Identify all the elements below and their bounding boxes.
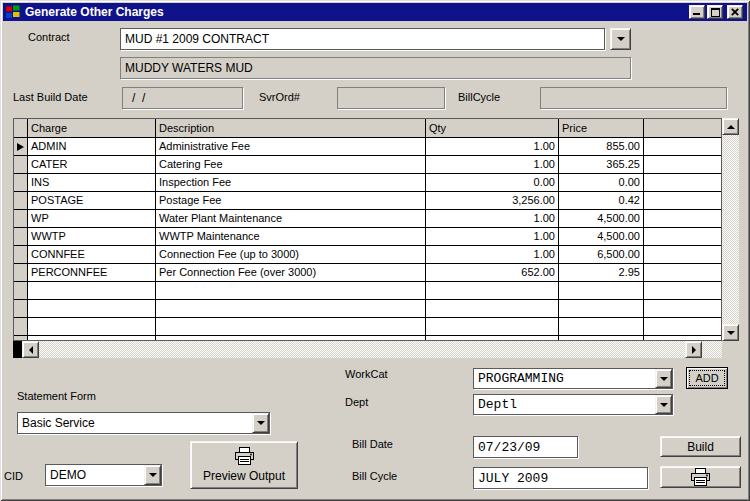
grid-cell[interactable]: 1.00: [426, 228, 559, 246]
table-row[interactable]: CONNFEEConnection Fee (up to 3000)1.006,…: [14, 246, 721, 264]
scroll-right-button[interactable]: [685, 341, 702, 358]
grid-cell[interactable]: Water Plant Maintenance: [156, 210, 426, 228]
grid-cell[interactable]: [156, 300, 426, 318]
grid-cell[interactable]: 0.42: [559, 192, 644, 210]
preview-output-button[interactable]: Preview Output: [190, 441, 298, 489]
row-selector[interactable]: [14, 264, 28, 282]
grid-cell[interactable]: PERCONNFEE: [28, 264, 156, 282]
grid-cell[interactable]: [644, 282, 721, 300]
titlebar[interactable]: Generate Other Charges: [3, 3, 747, 21]
row-selector[interactable]: [14, 138, 28, 156]
row-selector[interactable]: [14, 300, 28, 318]
row-selector[interactable]: [14, 246, 28, 264]
grid-cell[interactable]: Administrative Fee: [156, 138, 426, 156]
dept-combo[interactable]: Deptl: [473, 394, 673, 415]
grid-cell[interactable]: Per Connection Fee (over 3000): [156, 264, 426, 282]
table-row[interactable]: [14, 318, 721, 336]
row-selector[interactable]: [14, 318, 28, 336]
grid-cell[interactable]: 2.95: [559, 264, 644, 282]
grid-cell[interactable]: 3,256.00: [426, 192, 559, 210]
grid-cell[interactable]: 1.00: [426, 246, 559, 264]
grid-cell[interactable]: [644, 300, 721, 318]
row-selector[interactable]: [14, 228, 28, 246]
row-selector[interactable]: [14, 282, 28, 300]
column-header-description[interactable]: Description: [156, 119, 426, 138]
build-button[interactable]: Build: [660, 436, 741, 457]
grid-cell[interactable]: Catering Fee: [156, 156, 426, 174]
grid-cell[interactable]: [644, 228, 721, 246]
svrord-field[interactable]: [337, 87, 445, 109]
dept-dropdown-button[interactable]: [655, 395, 672, 414]
grid-cell[interactable]: [28, 282, 156, 300]
grid-cell[interactable]: [156, 282, 426, 300]
table-row[interactable]: WWTPWWTP Maintenance1.004,500.00: [14, 228, 721, 246]
table-row[interactable]: [14, 300, 721, 318]
bill-date-field[interactable]: 07/23/09: [473, 436, 578, 458]
grid-cell[interactable]: Connection Fee (up to 3000): [156, 246, 426, 264]
grid-cell[interactable]: [28, 300, 156, 318]
grid-cell[interactable]: [559, 318, 644, 336]
grid-cell[interactable]: 855.00: [559, 138, 644, 156]
billcycle-top-field[interactable]: [540, 87, 727, 109]
add-button[interactable]: ADD: [686, 367, 728, 389]
close-button[interactable]: [727, 5, 743, 19]
grid-vertical-scrollbar[interactable]: [722, 118, 739, 341]
grid-cell[interactable]: WWTP Maintenance: [156, 228, 426, 246]
scroll-down-button[interactable]: [722, 324, 739, 341]
workcat-combo[interactable]: PROGRAMMING: [473, 368, 673, 389]
grid-cell[interactable]: [644, 156, 721, 174]
table-row[interactable]: [14, 282, 721, 300]
grid-cell[interactable]: Postage Fee: [156, 192, 426, 210]
grid-cell[interactable]: [644, 210, 721, 228]
grid-cell[interactable]: [644, 138, 721, 156]
grid-cell[interactable]: [426, 282, 559, 300]
grid-cell[interactable]: [426, 300, 559, 318]
grid-cell[interactable]: [644, 246, 721, 264]
grid-cell[interactable]: 1.00: [426, 156, 559, 174]
table-row[interactable]: WPWater Plant Maintenance1.004,500.00: [14, 210, 721, 228]
grid-cell[interactable]: WP: [28, 210, 156, 228]
grid-cell[interactable]: [644, 318, 721, 336]
table-row[interactable]: CATERCatering Fee1.00365.25: [14, 156, 721, 174]
maximize-button[interactable]: [707, 5, 723, 19]
table-row[interactable]: INSInspection Fee0.000.00: [14, 174, 721, 192]
grid-horizontal-scrollbar[interactable]: [13, 341, 722, 358]
grid-cell[interactable]: [644, 192, 721, 210]
workcat-dropdown-button[interactable]: [655, 369, 672, 388]
horizontal-scroll-track[interactable]: [39, 341, 685, 358]
column-header-qty[interactable]: Qty: [426, 119, 559, 138]
column-header-price[interactable]: Price: [559, 119, 644, 138]
grid-cell[interactable]: [644, 174, 721, 192]
row-selector[interactable]: [14, 210, 28, 228]
print-button[interactable]: [660, 466, 741, 488]
contract-field[interactable]: MUD #1 2009 CONTRACT: [120, 28, 605, 50]
row-selector[interactable]: [14, 192, 28, 210]
grid-cell[interactable]: [559, 282, 644, 300]
minimize-button[interactable]: [689, 5, 705, 19]
table-row[interactable]: POSTAGEPostage Fee3,256.000.42: [14, 192, 721, 210]
horizontal-scroll-track-end[interactable]: [702, 341, 722, 358]
grid-cell[interactable]: Inspection Fee: [156, 174, 426, 192]
grid-cell[interactable]: 1.00: [426, 138, 559, 156]
grid-cell[interactable]: INS: [28, 174, 156, 192]
scroll-left-button[interactable]: [22, 341, 39, 358]
table-row[interactable]: PERCONNFEEPer Connection Fee (over 3000)…: [14, 264, 721, 282]
grid-cell[interactable]: [156, 318, 426, 336]
grid-cell[interactable]: [644, 264, 721, 282]
grid-cell[interactable]: POSTAGE: [28, 192, 156, 210]
grid-cell[interactable]: 6,500.00: [559, 246, 644, 264]
column-header-charge[interactable]: Charge: [28, 119, 156, 138]
grid-cell[interactable]: CONNFEE: [28, 246, 156, 264]
statement-form-combo[interactable]: Basic Service: [17, 412, 270, 434]
grid-cell[interactable]: 365.25: [559, 156, 644, 174]
grid-cell[interactable]: ADMIN: [28, 138, 156, 156]
grid-cell[interactable]: [426, 318, 559, 336]
statement-form-dropdown-button[interactable]: [252, 413, 269, 433]
grid-cell[interactable]: 4,500.00: [559, 228, 644, 246]
grid-cell[interactable]: 652.00: [426, 264, 559, 282]
bill-cycle-field[interactable]: JULY 2009: [473, 467, 648, 489]
grid-cell[interactable]: CATER: [28, 156, 156, 174]
table-row[interactable]: ADMINAdministrative Fee1.00855.00: [14, 138, 721, 156]
grid-cell[interactable]: [559, 300, 644, 318]
row-selector[interactable]: [14, 156, 28, 174]
